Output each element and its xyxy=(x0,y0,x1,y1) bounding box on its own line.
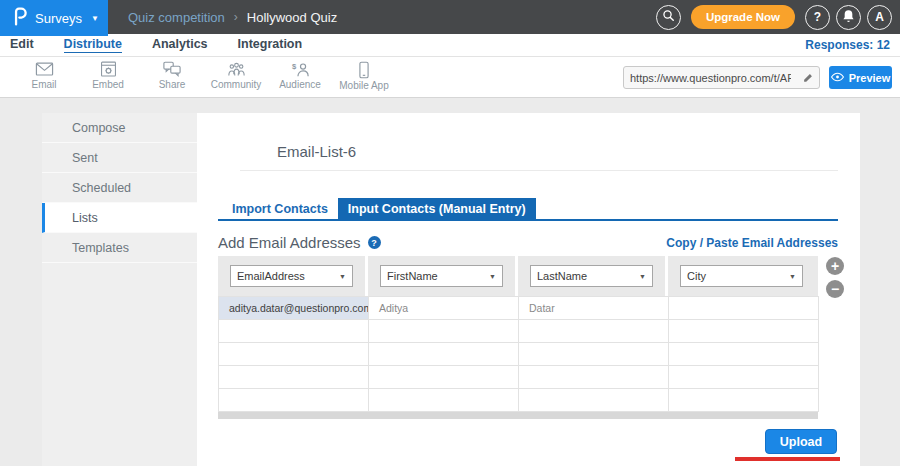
notifications-button[interactable] xyxy=(836,5,861,30)
toolbar-share-button[interactable]: Share xyxy=(140,61,204,91)
distribute-toolbar: EmailEmbedShareCommunity$AudienceMobile … xyxy=(0,57,900,98)
nav-tab-analytics[interactable]: Analytics xyxy=(152,37,208,53)
toolbar-label: Share xyxy=(140,79,204,90)
column-select-emailaddress[interactable]: EmailAddress▼ xyxy=(230,265,353,287)
select-caret-icon: ▼ xyxy=(639,273,646,280)
contact-cell[interactable] xyxy=(519,389,669,412)
column-select-firstname[interactable]: FirstName▼ xyxy=(380,265,503,287)
eye-icon xyxy=(831,72,844,84)
preview-button[interactable]: Preview xyxy=(829,66,892,89)
add-row-button[interactable]: + xyxy=(826,257,844,275)
section-title: Add Email Addresses xyxy=(218,234,361,251)
contact-cell[interactable] xyxy=(369,366,519,389)
annotation-underline xyxy=(735,457,840,461)
remove-row-button[interactable]: − xyxy=(826,280,844,298)
tab-input-contacts-manual-entry[interactable]: Input Contacts (Manual Entry) xyxy=(338,198,536,219)
product-switcher[interactable]: Surveys ▼ xyxy=(0,0,108,36)
nav-tab-integration[interactable]: Integration xyxy=(238,37,303,53)
contact-cell[interactable] xyxy=(369,320,519,343)
contact-cell[interactable] xyxy=(369,343,519,366)
contact-cell[interactable] xyxy=(219,389,369,412)
selected-column-label: FirstName xyxy=(387,270,438,282)
column-header: FirstName▼ xyxy=(368,256,518,296)
email-icon xyxy=(12,61,76,78)
contact-row: aditya.datar@questionpro.comAdityaDatar xyxy=(219,297,819,320)
select-caret-icon: ▼ xyxy=(489,273,496,280)
share-icon xyxy=(140,61,204,78)
column-select-city[interactable]: City▼ xyxy=(680,265,803,287)
contacts-table: EmailAddress▼FirstName▼LastName▼City▼ ad… xyxy=(218,256,818,419)
tab-import-contacts[interactable]: Import Contacts xyxy=(222,198,338,219)
column-header: City▼ xyxy=(668,256,818,296)
select-caret-icon: ▼ xyxy=(789,273,796,280)
upload-button[interactable]: Upload xyxy=(765,429,837,454)
avatar[interactable]: A xyxy=(867,5,892,30)
contact-cell[interactable] xyxy=(369,389,519,412)
contact-cell[interactable] xyxy=(519,320,669,343)
survey-url-input[interactable] xyxy=(624,72,797,84)
responses-count[interactable]: Responses: 12 xyxy=(805,38,890,52)
breadcrumb-survey-name: Hollywood Quiz xyxy=(247,10,337,25)
toolbar-label: Audience xyxy=(268,79,332,90)
column-header: EmailAddress▼ xyxy=(218,256,368,296)
sidebar-item-templates[interactable]: Templates xyxy=(42,233,197,263)
contacts-grid: aditya.datar@questionpro.comAdityaDatar xyxy=(218,296,819,412)
row-controls: + − xyxy=(826,257,844,298)
email-sidebar: ComposeSentScheduledListsTemplates xyxy=(42,113,197,466)
contact-cell[interactable] xyxy=(219,320,369,343)
title-divider xyxy=(240,170,838,171)
contact-cell[interactable]: aditya.datar@questionpro.com xyxy=(219,297,369,320)
questionpro-logo-icon xyxy=(13,7,27,30)
contact-row xyxy=(219,343,819,366)
sidebar-item-sent[interactable]: Sent xyxy=(42,143,197,173)
contact-cell[interactable]: Aditya xyxy=(369,297,519,320)
contact-cell[interactable] xyxy=(519,343,669,366)
toolbar-embed-button[interactable]: Embed xyxy=(76,61,140,91)
contact-cell[interactable] xyxy=(669,343,819,366)
sidebar-item-lists[interactable]: Lists xyxy=(42,203,197,233)
search-button[interactable] xyxy=(656,5,681,30)
contact-cell[interactable] xyxy=(669,320,819,343)
survey-url-box xyxy=(623,66,820,89)
breadcrumb-folder[interactable]: Quiz competition xyxy=(128,10,225,25)
contact-row xyxy=(219,389,819,412)
toolbar-mobile-app-button[interactable]: Mobile App xyxy=(332,61,396,91)
contact-cell[interactable] xyxy=(669,389,819,412)
toolbar-community-button[interactable]: Community xyxy=(204,61,268,91)
toolbar-label: Embed xyxy=(76,79,140,90)
edit-url-button[interactable] xyxy=(797,69,819,87)
nav-tab-edit[interactable]: Edit xyxy=(10,37,34,53)
upgrade-now-button[interactable]: Upgrade Now xyxy=(691,5,795,29)
contact-cell[interactable]: Datar xyxy=(519,297,669,320)
add-emails-header: Add Email Addresses ? Copy / Paste Email… xyxy=(218,234,838,251)
selected-column-label: LastName xyxy=(537,270,587,282)
list-detail-card: Email-List-6 Import ContactsInput Contac… xyxy=(197,113,860,466)
copy-paste-link[interactable]: Copy / Paste Email Addresses xyxy=(666,236,838,250)
column-select-lastname[interactable]: LastName▼ xyxy=(530,265,653,287)
nav-tab-distribute[interactable]: Distribute xyxy=(64,37,122,53)
preview-label: Preview xyxy=(849,72,891,84)
contact-cell[interactable] xyxy=(519,366,669,389)
toolbar-audience-button[interactable]: $Audience xyxy=(268,61,332,91)
contact-cell[interactable] xyxy=(219,343,369,366)
toolbar-label: Mobile App xyxy=(332,80,396,91)
sidebar-item-scheduled[interactable]: Scheduled xyxy=(42,173,197,203)
selected-column-label: EmailAddress xyxy=(237,270,305,282)
community-icon xyxy=(204,61,268,78)
sidebar-item-compose[interactable]: Compose xyxy=(42,113,197,143)
contact-cell[interactable] xyxy=(219,366,369,389)
help-tooltip-icon[interactable]: ? xyxy=(368,236,381,249)
mobile-app-icon xyxy=(332,61,396,79)
contact-cell[interactable] xyxy=(669,366,819,389)
horizontal-scrollbar[interactable] xyxy=(218,412,818,419)
toolbar-email-button[interactable]: Email xyxy=(12,61,76,91)
breadcrumb-separator: › xyxy=(234,10,238,24)
select-caret-icon: ▼ xyxy=(339,273,346,280)
toolbar-label: Community xyxy=(204,79,268,90)
contacts-tabs: Import ContactsInput Contacts (Manual En… xyxy=(218,198,838,221)
column-header: LastName▼ xyxy=(518,256,668,296)
toolbar-label: Email xyxy=(12,79,76,90)
help-button[interactable]: ? xyxy=(805,5,830,30)
contact-cell[interactable] xyxy=(669,297,819,320)
header-actions: Upgrade Now ? A xyxy=(656,5,900,30)
